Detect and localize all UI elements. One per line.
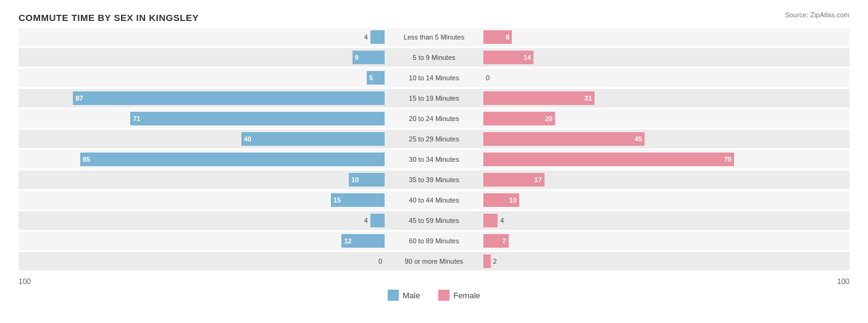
row-label: 25 to 29 Minutes (385, 135, 483, 143)
chart-row: 12760 to 89 Minutes (19, 232, 849, 250)
female-value: 20 (543, 115, 555, 122)
row-label: 90 or more Minutes (385, 258, 483, 265)
row-label: 15 to 19 Minutes (385, 94, 483, 102)
female-value: 17 (532, 176, 544, 183)
chart-row: 404525 to 29 Minutes (19, 130, 849, 148)
chart-row: 0290 or more Minutes (19, 252, 849, 271)
bar-female: 70 (483, 153, 734, 166)
chart-title: COMMUTE TIME BY SEX IN KINGSLEY (19, 12, 849, 23)
legend: Male Female (19, 290, 849, 301)
female-value: 0 (486, 74, 490, 82)
bar-male: 87 (73, 91, 385, 105)
bar-male (370, 30, 385, 44)
bar-male: 15 (331, 193, 385, 207)
bar-female (483, 254, 491, 268)
bar-female: 10 (483, 193, 519, 207)
axis-right-label: 100 (837, 277, 849, 286)
chart-row: 4445 to 59 Minutes (19, 211, 849, 230)
female-value: 31 (582, 94, 595, 102)
legend-female-label: Female (453, 291, 480, 300)
male-value: 4 (364, 217, 368, 224)
legend-male-label: Male (403, 291, 420, 300)
bar-male: 85 (80, 153, 385, 166)
chart-row: 101735 to 39 Minutes (19, 170, 849, 189)
axis-left-label: 100 (19, 277, 31, 286)
chart-row: 48Less than 5 Minutes (19, 28, 849, 46)
bar-female: 20 (483, 112, 555, 125)
female-value: 2 (493, 258, 497, 265)
male-value: 85 (80, 156, 93, 163)
chart-row: 151040 to 44 Minutes (19, 191, 849, 209)
row-label: 40 to 44 Minutes (385, 196, 483, 204)
female-value: 14 (521, 54, 533, 61)
male-value: 40 (241, 135, 254, 143)
female-value: 7 (499, 237, 508, 245)
axis-bottom: 100 100 (19, 275, 849, 286)
row-label: 20 to 24 Minutes (385, 115, 483, 122)
female-value: 70 (722, 156, 734, 163)
male-value: 12 (341, 237, 354, 245)
bar-male: 10 (349, 173, 385, 187)
bar-female: 14 (483, 51, 533, 64)
row-label: 10 to 14 Minutes (385, 74, 483, 82)
legend-male: Male (388, 290, 420, 301)
male-value: 0 (378, 258, 382, 265)
bar-female: 45 (483, 132, 645, 146)
row-label: 60 to 89 Minutes (385, 237, 483, 245)
bar-male: 12 (341, 234, 385, 248)
row-label: 35 to 39 Minutes (385, 176, 483, 183)
female-value: 8 (503, 33, 512, 41)
bar-female: 31 (483, 91, 595, 105)
bar-male: 9 (353, 51, 385, 64)
male-value: 10 (349, 176, 361, 183)
male-value: 15 (331, 196, 343, 204)
row-label: Less than 5 Minutes (385, 33, 483, 41)
chart-row: 0510 to 14 Minutes (19, 69, 849, 87)
row-label: 45 to 59 Minutes (385, 217, 483, 224)
bar-female: 7 (483, 234, 509, 248)
bar-female (483, 214, 498, 227)
chart-row: 712020 to 24 Minutes (19, 109, 849, 128)
bar-male: 71 (130, 112, 385, 125)
legend-male-box (388, 290, 399, 301)
male-value: 87 (73, 94, 85, 102)
chart-area: 48Less than 5 Minutes9145 to 9 Minutes05… (19, 28, 849, 275)
bar-male: 5 (367, 71, 385, 85)
legend-female: Female (438, 290, 480, 301)
bar-female: 8 (483, 30, 512, 44)
bar-female: 17 (483, 173, 545, 187)
bar-male (370, 214, 385, 227)
row-label: 5 to 9 Minutes (385, 54, 483, 61)
male-value: 4 (364, 33, 368, 41)
chart-container: COMMUTE TIME BY SEX IN KINGSLEY Source: … (0, 0, 868, 323)
chart-row: 9145 to 9 Minutes (19, 48, 849, 67)
source-text: Source: ZipAtlas.com (785, 11, 849, 19)
bar-male: 40 (241, 132, 385, 146)
chart-row: 873115 to 19 Minutes (19, 89, 849, 107)
female-value: 4 (500, 217, 504, 224)
female-value: 45 (632, 135, 645, 143)
male-value: 71 (130, 115, 143, 122)
female-value: 10 (507, 196, 519, 204)
male-value: 9 (353, 54, 361, 61)
legend-female-box (438, 290, 449, 301)
male-value: 5 (367, 74, 375, 82)
chart-row: 857030 to 34 Minutes (19, 150, 849, 169)
row-label: 30 to 34 Minutes (385, 156, 483, 163)
